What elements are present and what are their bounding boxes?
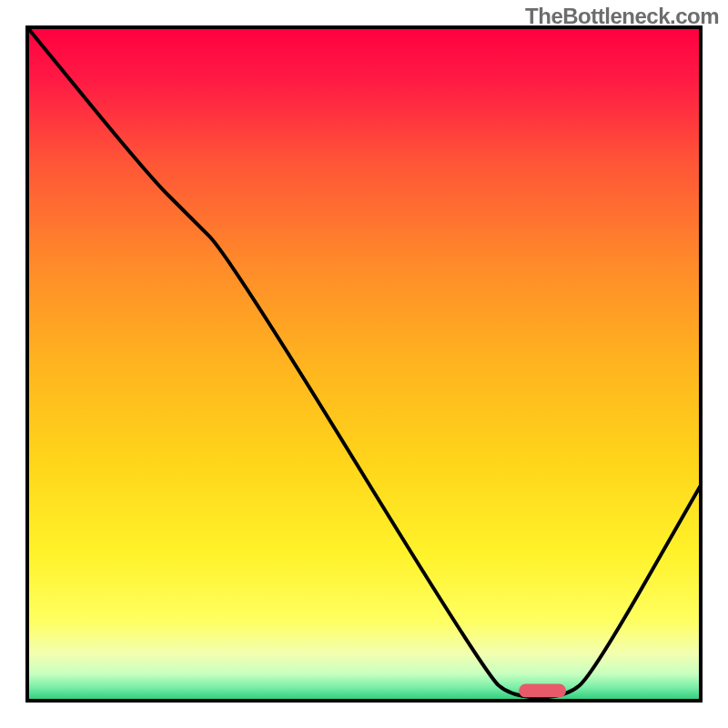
gradient-background: [27, 27, 701, 701]
watermark-text: TheBottleneck.com: [525, 4, 719, 29]
chart-container: TheBottleneck.com: [0, 0, 728, 728]
bottleneck-plot: [0, 0, 728, 728]
plot-area: [27, 27, 701, 701]
optimum-marker: [519, 684, 566, 698]
